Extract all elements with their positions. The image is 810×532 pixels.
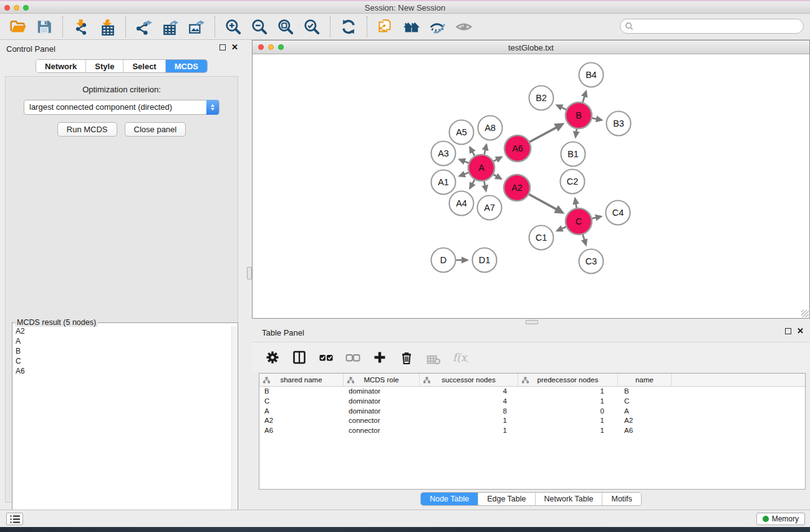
result-item[interactable]: A2 bbox=[13, 326, 231, 336]
float-panel-icon[interactable] bbox=[219, 44, 226, 51]
graph-edge-A-A3[interactable] bbox=[460, 160, 469, 163]
graph-node-label: D bbox=[440, 255, 446, 265]
tab-network-table[interactable]: Network Table bbox=[536, 493, 603, 505]
column-header-name[interactable]: name bbox=[618, 374, 672, 386]
result-item[interactable]: B bbox=[13, 346, 231, 356]
graph-edge-A-A2[interactable] bbox=[493, 175, 501, 179]
search-field[interactable] bbox=[620, 19, 804, 34]
refresh-button[interactable] bbox=[339, 17, 359, 37]
mcds-tab-content: Optimization criterion: largest connecte… bbox=[5, 76, 238, 503]
export-network-button[interactable] bbox=[134, 17, 154, 37]
table-row[interactable]: A2connector11A2 bbox=[259, 416, 805, 426]
export-table-button[interactable] bbox=[160, 17, 180, 37]
search-input[interactable] bbox=[634, 21, 803, 32]
graph-edge-B-B2[interactable] bbox=[557, 105, 566, 110]
tab-edge-table[interactable]: Edge Table bbox=[478, 493, 535, 505]
column-header-predecessor-nodes[interactable]: predecessor nodes bbox=[518, 374, 618, 386]
graph-edge-A-A8[interactable] bbox=[485, 145, 486, 155]
settings-gear-button[interactable] bbox=[262, 347, 283, 368]
deselect-all-button[interactable] bbox=[342, 347, 364, 368]
hide-eye-button[interactable] bbox=[428, 17, 448, 37]
graph-edge-B-B4[interactable] bbox=[583, 91, 586, 102]
graph-edge-A-A4[interactable] bbox=[470, 180, 475, 188]
save-floppy-button[interactable] bbox=[34, 17, 54, 37]
table-row[interactable]: Bdominator41B bbox=[259, 387, 805, 397]
close-panel-icon[interactable]: ✕ bbox=[231, 44, 238, 51]
result-item[interactable]: A bbox=[13, 336, 231, 346]
graph-edge-A-A1[interactable] bbox=[460, 173, 469, 177]
columns-button[interactable] bbox=[289, 347, 310, 368]
task-history-button[interactable] bbox=[6, 513, 23, 525]
tab-motifs[interactable]: Motifs bbox=[602, 493, 640, 505]
tab-mcds[interactable]: MCDS bbox=[166, 60, 207, 72]
graph-edge-C-C2[interactable] bbox=[575, 198, 576, 208]
window-title: Session: New Session bbox=[0, 3, 810, 12]
tab-node-table[interactable]: Node Table bbox=[421, 493, 478, 505]
home-pair-button[interactable] bbox=[402, 17, 422, 37]
table-row[interactable]: Adominator80A bbox=[259, 407, 805, 417]
zoom-fit-button[interactable] bbox=[276, 17, 296, 37]
optimization-criterion-select[interactable]: largest connected component (directed) bbox=[24, 100, 219, 115]
network-graph[interactable]: B4B2BB3A8A5A6A3B1AC2A1A2A4A7C4CC1DD1C3 bbox=[253, 54, 809, 318]
graph-edge-A2-C[interactable] bbox=[529, 195, 562, 213]
graph-edge-A6-B[interactable] bbox=[529, 124, 562, 142]
session-titlebar: Session: New Session bbox=[0, 1, 810, 14]
export-image-button[interactable] bbox=[186, 17, 206, 37]
tab-network[interactable]: Network bbox=[36, 60, 86, 72]
resize-corner[interactable] bbox=[801, 310, 809, 317]
zoom-out-button[interactable] bbox=[249, 17, 269, 37]
open-folder-button[interactable] bbox=[8, 17, 28, 37]
zoom-selected-button[interactable] bbox=[302, 17, 322, 37]
import-network-button[interactable] bbox=[71, 17, 91, 37]
node-table: shared nameMCDS rolesuccessor nodesprede… bbox=[259, 373, 806, 490]
graph-node-label: B4 bbox=[586, 70, 597, 80]
memory-button[interactable]: Memory bbox=[756, 513, 805, 525]
select-all-button[interactable] bbox=[316, 347, 337, 368]
graph-edge-C-C4[interactable] bbox=[592, 216, 602, 218]
table-row[interactable]: A6connector11A6 bbox=[259, 426, 805, 436]
open-folder-icon bbox=[9, 18, 27, 36]
graph-edge-A-A5[interactable] bbox=[470, 147, 475, 156]
add-row-button[interactable] bbox=[369, 347, 390, 368]
table-cell: 4 bbox=[420, 397, 518, 407]
zoom-in-button[interactable] bbox=[223, 17, 243, 37]
table-cell: connector bbox=[344, 426, 420, 436]
graph-edge-C-C1[interactable] bbox=[557, 227, 566, 231]
table-cell: A2 bbox=[618, 416, 672, 426]
horizontal-splitter-handle[interactable] bbox=[526, 320, 538, 324]
run-mcds-button[interactable]: Run MCDS bbox=[57, 122, 117, 137]
close-table-panel-icon[interactable]: ✕ bbox=[797, 328, 804, 334]
eye-button[interactable] bbox=[454, 17, 474, 37]
app-window: Session: New Session Control Panel ✕ Net… bbox=[0, 0, 810, 532]
table-row[interactable]: Cdominator41C bbox=[259, 397, 805, 407]
network-canvas[interactable]: B4B2BB3A8A5A6A3B1AC2A1A2A4A7C4CC1DD1C3 bbox=[253, 54, 809, 318]
mcds-result-title: MCDS result (5 nodes) bbox=[15, 318, 98, 327]
tab-select[interactable]: Select bbox=[123, 60, 165, 72]
vertical-splitter-handle[interactable] bbox=[247, 267, 252, 279]
result-scrollbar[interactable] bbox=[231, 326, 237, 532]
export-table-icon bbox=[162, 18, 179, 36]
duplicate-network-button[interactable] bbox=[375, 17, 395, 37]
optimization-criterion-value: largest connected component (directed) bbox=[29, 102, 172, 112]
import-table-button[interactable] bbox=[97, 17, 117, 37]
graph-edge-B-B1[interactable] bbox=[576, 129, 577, 137]
function-fx-button: f(x) bbox=[450, 347, 471, 368]
table-cell: 1 bbox=[420, 416, 518, 426]
float-table-panel-icon[interactable] bbox=[785, 328, 791, 334]
graph-edge-B-B3[interactable] bbox=[592, 118, 602, 120]
memory-status-icon bbox=[763, 516, 769, 522]
sort-icon bbox=[347, 376, 355, 384]
close-panel-button[interactable]: Close panel bbox=[125, 122, 186, 137]
graph-edge-A-A7[interactable] bbox=[484, 181, 486, 191]
graph-edge-C-C3[interactable] bbox=[583, 235, 586, 245]
control-panel-title: Control Panel bbox=[6, 44, 55, 54]
result-item[interactable]: A6 bbox=[13, 366, 231, 376]
tab-style[interactable]: Style bbox=[86, 60, 123, 72]
column-header-successor-nodes[interactable]: successor nodes bbox=[420, 374, 518, 386]
graph-edge-A-A6[interactable] bbox=[493, 157, 501, 162]
column-header-shared-name[interactable]: shared name bbox=[259, 374, 344, 386]
result-item[interactable]: C bbox=[13, 356, 231, 366]
column-header-MCDS-role[interactable]: MCDS role bbox=[344, 374, 420, 386]
table-cell: 1 bbox=[518, 416, 618, 426]
delete-row-button[interactable] bbox=[396, 347, 417, 368]
